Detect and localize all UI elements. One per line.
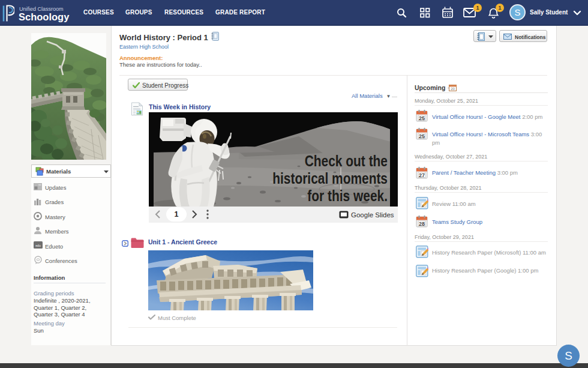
svg-text:edu: edu	[35, 244, 41, 247]
svg-text:28: 28	[419, 221, 425, 227]
svg-text:25: 25	[419, 115, 425, 121]
svg-text:20: 20	[451, 87, 455, 91]
svg-text:25: 25	[419, 133, 425, 139]
svg-text:27: 27	[419, 172, 425, 178]
